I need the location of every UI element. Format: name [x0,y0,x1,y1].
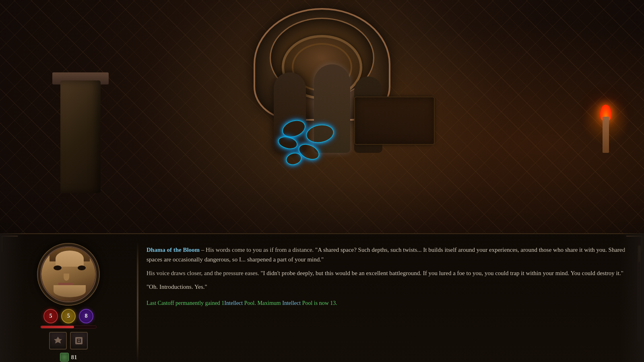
inventory-button[interactable] [70,332,88,350]
health-bar-fill [41,326,74,328]
dialog-quote-3: "Oh. Introductions. Yes." [147,284,207,290]
icon-buttons [49,332,88,350]
abilities-button[interactable] [49,332,67,350]
inventory-icon [74,336,84,346]
health-bar-container [40,325,97,329]
status-mid: Pool. Maximum [243,300,282,306]
stat-might-value: 5 [50,313,52,319]
dialog-status: Last Castoff permanently gained 1Intelle… [147,299,636,307]
dialog-paragraph-2: His voice draws closer, and the pressure… [147,268,636,278]
stat-speed-value: 5 [67,313,70,319]
currency-value: 81 [71,354,77,361]
currency-row: 81 [60,353,77,362]
status-stat2: Intellect [282,300,301,306]
dialog-quote-2: "I didn't probe deeply, but this would b… [260,270,623,276]
portrait-eye-left [54,265,62,270]
portrait-frame [40,246,97,302]
dialog-paragraph-1: Dhama of the Bloom – His words come to y… [147,245,636,264]
portrait-forehead [56,251,84,267]
dialog-content-area: 5 5 8 [0,235,644,362]
currency-icon [60,353,69,362]
portrait-nose [64,274,69,281]
altar [354,97,435,145]
stats-row: 5 5 8 [43,309,93,323]
status-stat1: Intellect [224,300,243,306]
dialog-para2-lead: His voice draws closer, and the pressure… [147,270,259,276]
panel-right-decoration [620,233,644,362]
dialog-intro: – His words come to you as if from a dis… [201,247,314,253]
stat-speed-orb: 5 [61,309,76,323]
torch-body [603,117,609,153]
stat-might-orb: 5 [43,309,58,323]
portrait-eyes [52,265,88,272]
dialog-paragraph-3: "Oh. Introductions. Yes." [147,282,636,292]
portrait-outer [37,243,100,306]
portrait-eye-right [78,265,86,270]
panel-left-decoration [0,233,24,362]
stat-intellect-orb: 8 [79,309,93,323]
stat-intellect-value: 8 [85,313,88,319]
portrait-chin [54,285,86,297]
torch-right [600,105,612,153]
abilities-icon [53,336,63,346]
dialog-text-area: Dhama of the Bloom – His words come to y… [138,239,644,362]
lightning-path-3 [305,122,336,145]
lightning-path-2 [277,134,299,151]
game-viewport: 5 5 8 [0,0,644,362]
speaker-name: Dhama of the Bloom [147,247,200,253]
dialog-panel: 5 5 8 [0,233,644,362]
status-suffix: Pool is now 13. [301,300,337,306]
status-prefix: Last Castoff permanently gained [147,300,221,306]
portrait-face [41,247,95,301]
pillar-left [60,80,101,193]
lightning-effect [274,113,354,177]
